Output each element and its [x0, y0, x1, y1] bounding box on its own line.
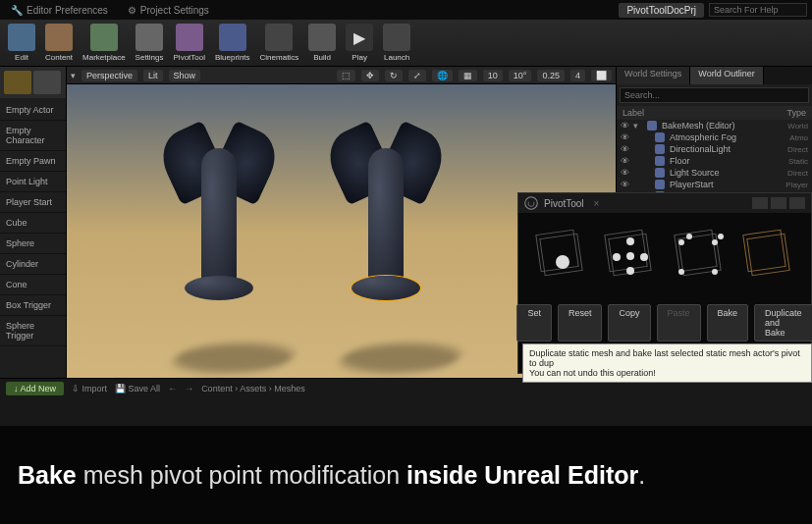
- outliner-row[interactable]: 👁PlayerStartPlayer: [617, 179, 812, 190]
- set-button[interactable]: Set: [516, 304, 552, 341]
- place-mode-icon[interactable]: [4, 71, 31, 94]
- save-all-button[interactable]: 💾 Save All: [115, 384, 160, 393]
- place-item[interactable]: Player Start: [0, 192, 66, 213]
- transform-scale[interactable]: ⤢: [408, 70, 426, 81]
- close-tab-icon[interactable]: ×: [594, 198, 600, 209]
- place-item[interactable]: Cylinder: [0, 254, 66, 275]
- cinematics-button[interactable]: Cinematics: [260, 24, 299, 62]
- actor-label: Floor: [668, 156, 785, 166]
- maximize-button[interactable]: [771, 197, 786, 209]
- duplicate-bake-button[interactable]: Duplicate and Bake: [754, 304, 812, 341]
- perspective-dropdown[interactable]: Perspective: [81, 70, 137, 81]
- edit-button[interactable]: Edit: [8, 24, 35, 62]
- unreal-icon: [524, 196, 538, 210]
- visibility-icon[interactable]: 👁: [621, 144, 630, 154]
- play-button[interactable]: ▶Play: [346, 24, 373, 62]
- actor-label: DirectionalLight: [668, 144, 785, 154]
- outliner-row[interactable]: 👁▾BakeMesh (Editor)World: [617, 120, 812, 131]
- actor-icon: [655, 168, 665, 178]
- launch-icon: [383, 24, 410, 51]
- pivot-preset-faces[interactable]: [603, 228, 657, 282]
- settings-icon: [135, 24, 163, 51]
- marketplace-button[interactable]: Marketplace: [82, 24, 126, 62]
- transform-select[interactable]: ⬚: [337, 70, 355, 81]
- column-type[interactable]: Type: [786, 108, 806, 118]
- place-item[interactable]: Empty Actor: [0, 100, 66, 121]
- viewport-menu-icon[interactable]: ▾: [71, 71, 76, 80]
- camera-speed[interactable]: 4: [570, 70, 585, 81]
- pivot-titlebar[interactable]: PivotTool ×: [518, 193, 811, 213]
- launch-button[interactable]: Launch: [383, 24, 410, 62]
- path-back[interactable]: ←: [168, 384, 177, 393]
- actor-icon: [655, 144, 665, 154]
- pivottool-button[interactable]: PivotTool: [174, 24, 205, 62]
- panel-tabs: World Settings World Outliner: [617, 67, 812, 84]
- tab-project-settings[interactable]: ⚙ Project Settings: [122, 3, 215, 18]
- place-item[interactable]: Empty Character: [0, 121, 66, 151]
- tab-world-outliner[interactable]: World Outliner: [690, 67, 763, 84]
- build-button[interactable]: Build: [308, 24, 336, 62]
- title-bar: 🔧 Editor Preferences ⚙ Project Settings …: [0, 0, 812, 20]
- main-toolbar: Edit Content Marketplace Settings PivotT…: [0, 20, 812, 67]
- grid-snap-value[interactable]: 10: [483, 70, 503, 81]
- place-item[interactable]: Cube: [0, 213, 66, 234]
- tab-editor-preferences[interactable]: 🔧 Editor Preferences: [5, 3, 114, 18]
- transform-rotate[interactable]: ↻: [385, 70, 403, 81]
- settings-button[interactable]: Settings: [135, 24, 164, 62]
- outliner-search-input[interactable]: [620, 87, 809, 103]
- content-button[interactable]: Content: [45, 24, 73, 62]
- path-fwd[interactable]: →: [185, 384, 193, 393]
- play-icon: ▶: [346, 24, 373, 51]
- visibility-icon[interactable]: 👁: [621, 156, 630, 166]
- minimize-button[interactable]: [752, 197, 768, 209]
- tab-world-settings[interactable]: World Settings: [617, 67, 690, 84]
- show-dropdown[interactable]: Show: [169, 70, 201, 81]
- pivot-presets: [518, 213, 811, 296]
- outliner-row[interactable]: 👁FloorStatic: [617, 155, 812, 167]
- edit-icon: [8, 24, 35, 51]
- blueprints-button[interactable]: Blueprints: [215, 24, 250, 62]
- pivot-preset-center[interactable]: [534, 228, 588, 282]
- visibility-icon[interactable]: 👁: [621, 121, 630, 131]
- viewport-toolbar: ▾ Perspective Lit Show ⬚ ✥ ↻ ⤢ 🌐 ▦ 10 10…: [67, 67, 616, 84]
- place-item[interactable]: Box Trigger: [0, 295, 66, 316]
- caption-overlay: Bake mesh pivot point modification insid…: [0, 426, 812, 524]
- pivot-preset-edges[interactable]: [741, 228, 795, 282]
- lit-dropdown[interactable]: Lit: [143, 70, 163, 81]
- tooltip-line: Duplicate static mesh and bake last sele…: [529, 348, 805, 368]
- visibility-icon[interactable]: 👁: [621, 180, 630, 189]
- tooltip: Duplicate static mesh and bake last sele…: [522, 343, 812, 383]
- surface-snap[interactable]: ▦: [459, 70, 477, 81]
- outliner-row[interactable]: 👁Atmospheric FogAtmo: [617, 131, 812, 143]
- pivot-preset-corners[interactable]: [673, 228, 727, 282]
- visibility-icon[interactable]: 👁: [621, 132, 630, 142]
- reset-button[interactable]: Reset: [558, 304, 603, 341]
- paint-mode-icon[interactable]: [33, 71, 61, 94]
- close-button[interactable]: [789, 197, 805, 209]
- import-button[interactable]: ⇩ Import: [72, 384, 107, 393]
- place-item[interactable]: Sphere: [0, 234, 66, 254]
- copy-button[interactable]: Copy: [608, 304, 650, 341]
- outliner-row[interactable]: 👁Light SourceDirect: [617, 167, 812, 179]
- coord-space[interactable]: 🌐: [432, 70, 453, 81]
- breadcrumb[interactable]: Content › Assets › Meshes: [201, 384, 305, 393]
- visibility-icon[interactable]: 👁: [621, 168, 630, 178]
- angle-snap-value[interactable]: 10°: [509, 70, 532, 81]
- add-new-button[interactable]: ↓ Add New: [6, 382, 64, 395]
- place-item[interactable]: Sphere Trigger: [0, 316, 66, 346]
- scale-snap-value[interactable]: 0.25: [537, 70, 565, 81]
- viewport-maximize[interactable]: ⬜: [591, 70, 612, 81]
- expand-icon[interactable]: ▾: [633, 121, 641, 131]
- column-label[interactable]: Label: [623, 108, 786, 118]
- bake-button[interactable]: Bake: [707, 304, 749, 341]
- outliner-row[interactable]: 👁DirectionalLightDirect: [617, 143, 812, 155]
- place-item[interactable]: Point Light: [0, 172, 66, 192]
- actor-icon: [647, 121, 657, 131]
- help-search-input[interactable]: [709, 3, 807, 17]
- place-item[interactable]: Empty Pawn: [0, 151, 66, 172]
- wrench-icon: 🔧: [11, 5, 23, 16]
- transform-move[interactable]: ✥: [361, 70, 379, 81]
- tooltip-line: You can not undo this operation!: [529, 368, 805, 378]
- place-item[interactable]: Cone: [0, 275, 66, 295]
- gear-icon: ⚙: [128, 5, 136, 16]
